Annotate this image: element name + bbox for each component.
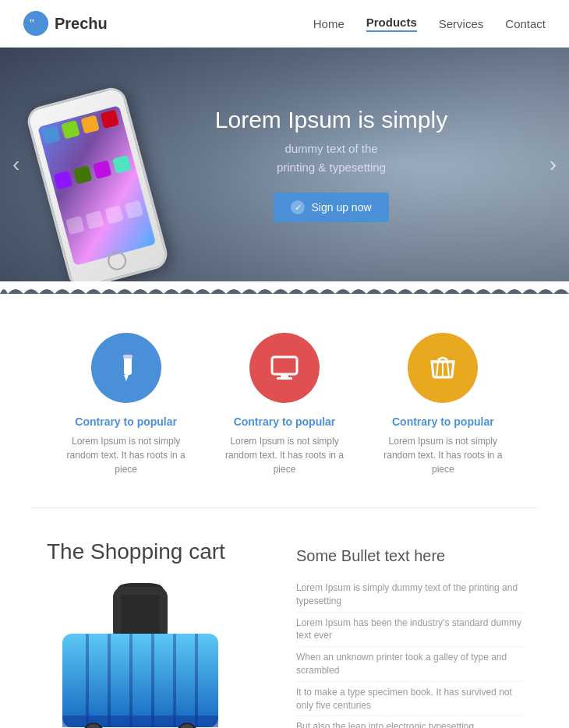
bullet-item-4: But also the leap into electronic typese… [296,716,522,728]
bullet-list: Lorem Ipsum is simply dummy text of the … [296,578,522,728]
feature-circle-2 [408,333,478,403]
hero-subtitle: dummy text of the printing & typesetting [215,140,447,177]
check-icon: ✓ [291,200,305,214]
feature-item-0: Contrary to popular Lorem Ipsum is not s… [56,333,196,476]
shopping-right: Some Bullet text here Lorem Ipsum is sim… [296,539,522,728]
feature-item-1: Contrary to popular Lorem Ipsum is not s… [214,333,355,476]
shopping-left: The Shopping cart [47,539,265,728]
bullet-item-2: When an unknown printer took a galley of… [296,647,522,682]
pencil-icon [110,352,143,384]
cart-illustration [47,583,234,728]
svg-rect-4 [272,357,297,374]
basket-icon [426,351,460,385]
feature-desc-2: Lorem Ipsum is not simply random text. I… [373,434,513,476]
logo[interactable]: " Prechu [23,11,108,36]
svg-line-10 [447,362,449,377]
shopping-section: The Shopping cart [0,508,569,728]
feature-desc-1: Lorem Ipsum is not simply random text. I… [214,434,355,476]
hero-content: Lorem Ipsum is simply dummy text of the … [215,107,447,222]
logo-text: Prechu [55,15,108,33]
svg-rect-3 [123,355,133,359]
hero-separator [0,281,569,294]
nav-services[interactable]: Services [439,17,484,30]
svg-rect-6 [277,377,292,380]
feature-circle-1 [249,333,320,403]
feature-circle-0 [91,333,161,403]
hero-section: Lorem Ipsum is simply dummy text of the … [0,48,569,281]
hero-title: Lorem Ipsum is simply [215,107,447,133]
bullet-item-0: Lorem Ipsum is simply dummy text of the … [296,578,522,613]
feature-title-2: Contrary to popular [373,415,513,428]
svg-rect-5 [281,374,288,377]
bullet-item-3: It to make a type specimen book. It has … [296,682,522,717]
svg-rect-19 [62,716,218,727]
svg-line-8 [436,362,438,377]
features-section: Contrary to popular Lorem Ipsum is not s… [0,294,569,507]
logo-icon: " [23,11,48,36]
monitor-icon [267,351,302,385]
site-header: " Prechu Home Products Services Contact [0,0,569,48]
hero-next-arrow[interactable]: › [550,152,557,177]
feature-title-0: Contrary to popular [56,415,196,428]
nav-contact[interactable]: Contact [505,17,546,30]
bullet-item-1: Lorem Ipsum has been the industry's stan… [296,613,522,648]
hero-prev-arrow[interactable]: ‹ [12,152,19,177]
shopping-title: The Shopping cart [47,539,265,564]
feature-title-1: Contrary to popular [214,415,355,428]
signup-button[interactable]: ✓ Sign up now [274,193,388,222]
svg-rect-1 [124,356,132,375]
bullet-title: Some Bullet text here [296,547,522,565]
nav-home[interactable]: Home [313,17,345,30]
svg-text:": " [29,18,35,29]
feature-desc-0: Lorem Ipsum is not simply random text. I… [56,434,196,476]
nav-products[interactable]: Products [366,16,417,32]
feature-item-2: Contrary to popular Lorem Ipsum is not s… [373,333,513,476]
phone-illustration [47,79,171,281]
svg-marker-2 [124,375,129,381]
main-nav: Home Products Services Contact [313,16,546,32]
